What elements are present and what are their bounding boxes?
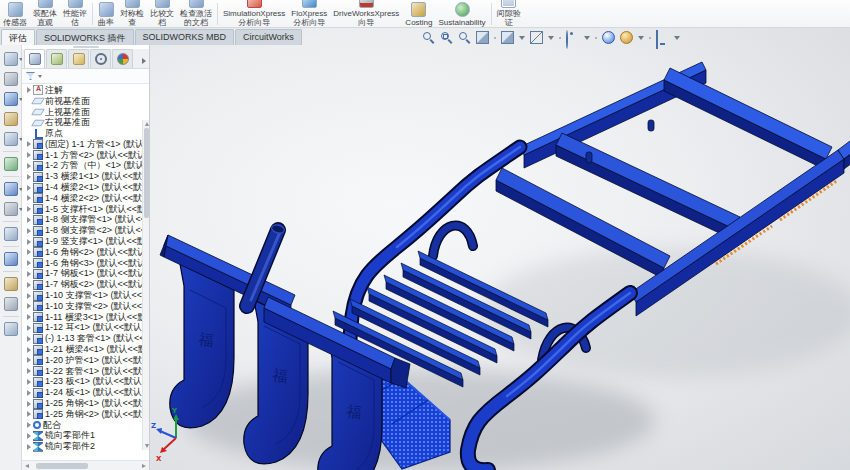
feature-tree-item[interactable]: 镜向零部件2 bbox=[22, 441, 149, 452]
ribbon-button[interactable]: 曲率 bbox=[95, 0, 117, 27]
expand-arrow-icon[interactable] bbox=[25, 336, 33, 342]
insert-components-icon[interactable] bbox=[4, 52, 18, 66]
expand-arrow-icon[interactable] bbox=[25, 347, 33, 353]
tab-featuremanager-tree[interactable] bbox=[24, 49, 45, 68]
commandmanager-tab[interactable]: CircuitWorks bbox=[235, 29, 302, 45]
expand-arrow-icon[interactable] bbox=[25, 260, 33, 266]
feature-tree-item[interactable]: 1-7 钢板<1> (默认<<默认>_显示状态1>) bbox=[22, 269, 149, 280]
scroll-right-icon[interactable] bbox=[142, 464, 146, 468]
expand-arrow-icon[interactable] bbox=[25, 152, 33, 158]
expand-arrow-icon[interactable] bbox=[25, 444, 33, 450]
feature-tree-item[interactable]: 注解 bbox=[22, 85, 149, 96]
expand-arrow-icon[interactable] bbox=[25, 314, 33, 320]
feature-tree-item[interactable]: 配合 bbox=[22, 420, 149, 431]
ribbon-button[interactable]: 传感器 bbox=[0, 0, 30, 27]
feature-tree-item[interactable]: 右视基准面 bbox=[22, 117, 149, 128]
expand-arrow-icon[interactable] bbox=[25, 282, 33, 288]
section-view-icon[interactable] bbox=[476, 31, 489, 44]
apply-scene-dropdown[interactable] bbox=[638, 36, 644, 40]
move-component-icon[interactable] bbox=[4, 132, 18, 146]
feature-tree-item[interactable]: 1-6 角钢<3> (默认<<默认>_显示状态1>) bbox=[22, 258, 149, 269]
feature-tree-item[interactable]: 镜向零部件1 bbox=[22, 431, 149, 442]
ribbon-button[interactable]: DriveWorksXpress 向导 bbox=[330, 0, 402, 27]
feature-tree-item[interactable]: 1-4 横梁2<2> (默认<<默认>_显示状态1>) bbox=[22, 193, 149, 204]
feature-tree-item[interactable]: 前视基准面 bbox=[22, 96, 149, 107]
previous-view-icon[interactable] bbox=[458, 31, 471, 44]
feature-tree-item[interactable]: 1-8 侧支撑管<1> (默认<<默认>_显示状态1>) bbox=[22, 215, 149, 226]
scroll-left-icon[interactable] bbox=[25, 464, 29, 468]
view-orientation-icon[interactable] bbox=[501, 31, 514, 44]
graphics-viewport[interactable]: 福 福 福 bbox=[150, 28, 850, 470]
expand-arrow-icon[interactable] bbox=[25, 141, 33, 147]
bill-of-materials-icon[interactable] bbox=[4, 252, 18, 266]
ribbon-button[interactable]: SimulationXpress 分析向导 bbox=[220, 0, 288, 27]
ribbon-button[interactable]: Sustainability bbox=[435, 0, 488, 27]
reference-geometry-icon[interactable] bbox=[4, 202, 18, 216]
feature-tree-item[interactable]: 1-21 横梁4<1> (默认<<默认>_显示状态1>) bbox=[22, 344, 149, 355]
tab-displaymanager[interactable] bbox=[112, 49, 133, 68]
expand-arrow-icon[interactable] bbox=[25, 87, 33, 93]
zoom-to-area-icon[interactable] bbox=[440, 31, 453, 44]
component-pattern-icon[interactable] bbox=[4, 92, 18, 106]
commandmanager-tab[interactable]: SOLIDWORKS 插件 bbox=[36, 29, 134, 45]
feature-tree-item[interactable]: 1-3 横梁1<1> (默认<<默认>_显示状态1>) bbox=[22, 171, 149, 182]
expand-arrow-icon[interactable] bbox=[25, 401, 33, 407]
edit-component-icon[interactable] bbox=[4, 112, 18, 126]
expand-arrow-icon[interactable] bbox=[25, 195, 33, 201]
filter-dropdown-icon[interactable] bbox=[38, 75, 42, 78]
feature-tree-item[interactable]: 1-7 钢板<2> (默认<<默认>_显示状态1>) bbox=[22, 279, 149, 290]
expand-arrow-icon[interactable] bbox=[25, 433, 33, 439]
scroll-up-icon[interactable] bbox=[145, 122, 149, 126]
commandmanager-tab[interactable]: SOLIDWORKS MBD bbox=[135, 29, 235, 45]
feature-tree-item[interactable]: (固定) 1-1 方管<1> (默认<<默认>_显示状态1>) bbox=[22, 139, 149, 150]
ribbon-button[interactable]: FloXpress 分析向导 bbox=[288, 0, 330, 27]
feature-tree-item[interactable]: 1-1 方管<2> (默认<<默认>_显示状态1>) bbox=[22, 150, 149, 161]
expand-arrow-icon[interactable] bbox=[25, 217, 33, 223]
feature-tree-item[interactable]: 1-24 板<1> (默认<<默认>_显示状态1>) bbox=[22, 387, 149, 398]
feature-tree-item[interactable]: 1-20 护管<1> (默认<<默认>_显示状态1>) bbox=[22, 355, 149, 366]
tab-propertymanager[interactable] bbox=[46, 49, 67, 68]
display-style-icon[interactable] bbox=[530, 31, 543, 44]
scrollbar-thumb[interactable] bbox=[36, 463, 88, 469]
expand-arrow-icon[interactable] bbox=[25, 293, 33, 299]
assembly-features-icon[interactable] bbox=[4, 182, 18, 196]
ribbon-button[interactable]: 装配体 直观 bbox=[30, 0, 60, 27]
expand-arrow-icon[interactable] bbox=[25, 228, 33, 234]
feature-tree-item[interactable]: 1-6 角钢<2> (默认<<默认>_显示状态1>) bbox=[22, 247, 149, 258]
hide-show-items-dropdown[interactable] bbox=[584, 36, 590, 40]
ribbon-button[interactable]: 检查激活 的文档 bbox=[177, 0, 215, 27]
feature-tree-item[interactable]: 1-2 方管（中）<1> (默认<<默认>_显示状态1>) bbox=[22, 161, 149, 172]
ribbon-button[interactable]: Costing bbox=[402, 0, 435, 27]
feature-tree-item[interactable]: 1-25 角钢<1> (默认<<默认>_显示状态1>) bbox=[22, 398, 149, 409]
instant3d-icon[interactable] bbox=[4, 297, 18, 311]
apply-scene-icon[interactable] bbox=[620, 31, 633, 44]
expand-arrow-icon[interactable] bbox=[25, 325, 33, 331]
tab-configurationmanager[interactable] bbox=[68, 49, 89, 68]
view-orientation-dropdown[interactable] bbox=[519, 36, 525, 40]
exploded-view-icon[interactable] bbox=[4, 277, 18, 291]
feature-tree-item[interactable]: 1-4 横梁2<1> (默认<<默认>_显示状态1>) bbox=[22, 182, 149, 193]
scrollbar-thumb[interactable] bbox=[144, 128, 149, 218]
display-style-dropdown[interactable] bbox=[548, 36, 554, 40]
expand-arrow-icon[interactable] bbox=[25, 163, 33, 169]
expand-arrow-icon[interactable] bbox=[25, 390, 33, 396]
expand-arrow-icon[interactable] bbox=[25, 379, 33, 385]
tab-dimxpertmanager[interactable] bbox=[90, 49, 111, 68]
edit-appearance-icon[interactable] bbox=[602, 31, 615, 44]
tree-horizontal-scrollbar[interactable] bbox=[22, 460, 149, 470]
commandmanager-tab[interactable]: 评估 bbox=[1, 29, 35, 45]
tabs-overflow-chevron-icon[interactable] bbox=[142, 58, 146, 64]
expand-arrow-icon[interactable] bbox=[25, 422, 33, 428]
ribbon-button[interactable]: 间隙验 证 bbox=[494, 0, 524, 27]
feature-tree-item[interactable]: 1-5 支撑杆<1> (默认<<默认>_显示状态1>) bbox=[22, 204, 149, 215]
feature-tree-item[interactable]: 上视基准面 bbox=[22, 107, 149, 118]
view-settings-icon[interactable] bbox=[656, 30, 658, 49]
zoom-to-fit-icon[interactable] bbox=[422, 31, 435, 44]
feature-tree-item[interactable]: 1-10 支撑管<2> (默认<<默认>_显示状态1>) bbox=[22, 301, 149, 312]
expand-arrow-icon[interactable] bbox=[25, 303, 33, 309]
view-settings-dropdown[interactable] bbox=[674, 36, 680, 40]
mate-icon[interactable] bbox=[4, 72, 18, 86]
expand-arrow-icon[interactable] bbox=[25, 271, 33, 277]
feature-tree-item[interactable]: 原点 bbox=[22, 128, 149, 139]
feature-tree-item[interactable]: 1-22 套管<1> (默认<<默认>_显示状态1>) bbox=[22, 366, 149, 377]
